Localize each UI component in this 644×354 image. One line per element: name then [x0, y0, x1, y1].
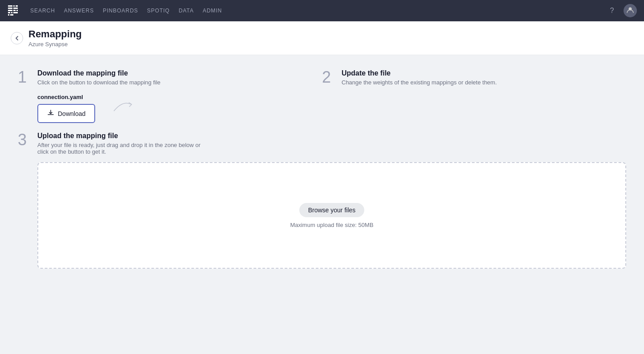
page-title-group: Remapping Azure Synapse [28, 28, 82, 48]
avatar-label [626, 6, 634, 16]
svg-rect-12 [10, 14, 13, 16]
step-3-content: Upload the mapping file After your file … [37, 132, 626, 269]
svg-rect-1 [8, 8, 12, 9]
download-icon [47, 109, 54, 118]
svg-rect-7 [16, 10, 18, 11]
step-1-number: 1 [18, 69, 30, 85]
nav-pinboards[interactable]: PINBOARDS [103, 6, 138, 16]
download-button[interactable]: Download [37, 104, 95, 123]
svg-rect-3 [13, 5, 15, 7]
svg-rect-11 [8, 14, 9, 16]
page-subtitle: Azure Synapse [28, 41, 82, 48]
app-logo [7, 4, 20, 17]
nav-answers[interactable]: ANSWERS [64, 6, 94, 16]
step-2-number: 2 [322, 69, 334, 85]
main-content: 1 Download the mapping file Click on the… [0, 55, 644, 283]
step-2-title: Update the file [342, 69, 497, 77]
help-icon: ? [610, 7, 614, 15]
download-button-label: Download [58, 110, 85, 117]
steps-top: 1 Download the mapping file Click on the… [18, 69, 626, 123]
help-button[interactable]: ? [606, 4, 618, 17]
step-2: 2 Update the file Change the weights of … [322, 69, 626, 123]
svg-rect-2 [8, 10, 12, 11]
nav-search[interactable]: SEARCH [30, 6, 55, 16]
svg-rect-0 [8, 5, 12, 7]
upload-file-size-hint: Maximum upload file size: 50MB [290, 222, 373, 228]
step-3: 3 Upload the mapping file After your fil… [18, 132, 626, 269]
file-name-label: connection.yaml [37, 94, 95, 100]
svg-rect-9 [11, 12, 12, 13]
page-header: Remapping Azure Synapse [0, 21, 644, 55]
step-1-title: Download the mapping file [37, 69, 161, 77]
step-2-description: Change the weights of the existing mappi… [342, 79, 497, 86]
upload-dropzone[interactable]: Browse your files Maximum upload file si… [37, 162, 626, 269]
arrow-decoration [109, 95, 136, 119]
navbar-right: ? [606, 4, 637, 17]
browse-files-button[interactable]: Browse your files [299, 203, 365, 217]
svg-rect-5 [13, 8, 18, 9]
page-title: Remapping [28, 28, 82, 40]
svg-rect-10 [13, 12, 18, 13]
back-button[interactable] [11, 32, 23, 44]
nav-spotiq[interactable]: SPOTIQ [147, 6, 170, 16]
navbar-left: SEARCH ANSWERS PINBOARDS SPOTIQ DATA ADM… [7, 4, 222, 17]
step-1: 1 Download the mapping file Click on the… [18, 69, 322, 123]
nav-admin[interactable]: ADMIN [203, 6, 222, 16]
nav-links: SEARCH ANSWERS PINBOARDS SPOTIQ DATA ADM… [30, 6, 222, 16]
step-3-title: Upload the mapping file [37, 132, 626, 140]
step-2-content: Update the file Change the weights of th… [342, 69, 497, 86]
svg-rect-8 [8, 12, 10, 13]
nav-data[interactable]: DATA [179, 6, 194, 16]
step-1-description: Click on the button to download the mapp… [37, 79, 161, 86]
svg-rect-6 [13, 10, 16, 11]
avatar[interactable] [624, 4, 637, 17]
navbar: SEARCH ANSWERS PINBOARDS SPOTIQ DATA ADM… [0, 0, 644, 21]
svg-rect-4 [16, 5, 18, 7]
step-3-number: 3 [18, 132, 30, 148]
step-1-content: Download the mapping file Click on the b… [37, 69, 161, 123]
step-3-description: After your file is ready, just drag and … [37, 142, 206, 155]
download-section: connection.yaml Download [37, 94, 95, 123]
